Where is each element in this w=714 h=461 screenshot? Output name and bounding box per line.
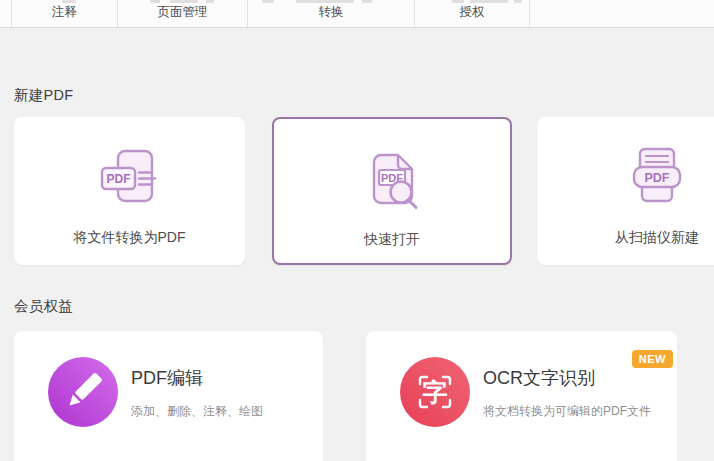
quick-open-pdf-icon: PDF — [356, 145, 428, 217]
cropped-ribbon-icon — [206, 0, 214, 3]
feature-subtitle: 添加、删除、注释、绘图 — [131, 403, 263, 420]
new-badge: NEW — [632, 350, 673, 368]
card-quick-open[interactable]: PDF 快速打开 — [272, 117, 512, 265]
section-title-member-benefits: 会员权益 — [14, 297, 73, 316]
toolbar-group-annotate-label: 注释 — [52, 4, 77, 21]
cropped-ribbon-icon — [362, 0, 372, 3]
cropped-ribbon-icon — [62, 0, 76, 3]
app-home-screen: 注释 页面管理 转换 授权 新建PDF — [0, 0, 714, 461]
ribbon-toolbar: 注释 页面管理 转换 授权 — [0, 0, 714, 28]
scanner-pdf-icon: PDF — [621, 143, 693, 215]
toolbar-group-authorize-label: 授权 — [460, 4, 485, 21]
toolbar-group-authorize[interactable]: 授权 — [415, 0, 530, 27]
ocr-text-icon: 字 — [400, 357, 470, 427]
card-pdf-edit[interactable]: PDF编辑 添加、删除、注释、绘图 — [14, 331, 323, 461]
cropped-ribbon-icon — [262, 0, 274, 3]
svg-text:PDF: PDF — [106, 172, 130, 186]
card-convert-file-to-pdf[interactable]: PDF 将文件转换为PDF — [14, 117, 245, 265]
cropped-ribbon-icon — [470, 0, 508, 3]
cropped-ribbon-icon — [452, 0, 464, 3]
convert-to-pdf-icon: PDF — [94, 143, 166, 215]
card-label: 将文件转换为PDF — [74, 229, 186, 247]
toolbar-group-convert-label: 转换 — [319, 4, 344, 21]
card-ocr-recognition[interactable]: NEW 字 OCR文字识别 — [366, 331, 677, 461]
toolbar-group-convert[interactable]: 转换 — [248, 0, 415, 27]
cropped-ribbon-icon — [514, 0, 522, 3]
cropped-ribbon-icon — [296, 0, 354, 3]
cropped-ribbon-icon — [170, 0, 198, 3]
svg-text:PDF: PDF — [645, 171, 670, 185]
cropped-ribbon-icon — [150, 0, 160, 3]
card-new-from-scanner[interactable]: PDF 从扫描仪新建 — [537, 117, 714, 265]
card-label: 快速打开 — [364, 231, 420, 249]
pdf-edit-pencil-icon — [48, 357, 118, 427]
feature-title: OCR文字识别 — [483, 366, 651, 390]
feature-title: PDF编辑 — [131, 366, 263, 390]
svg-text:字: 字 — [423, 378, 448, 406]
toolbar-group-page-management[interactable]: 页面管理 — [118, 0, 248, 27]
card-label: 从扫描仪新建 — [615, 229, 699, 247]
feature-subtitle: 将文档转换为可编辑的PDF文件 — [483, 403, 651, 420]
section-title-new-pdf: 新建PDF — [14, 86, 74, 105]
toolbar-group-annotate[interactable]: 注释 — [11, 0, 118, 27]
toolbar-group-page-management-label: 页面管理 — [158, 4, 208, 21]
